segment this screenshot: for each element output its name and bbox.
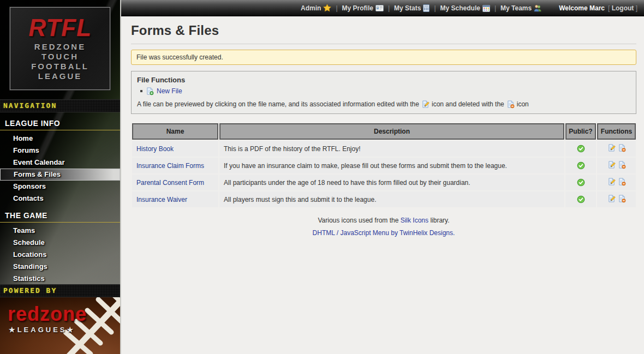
topbar-menu: Admin|My Profile|My Stats|My Schedule|My… — [301, 4, 541, 12]
table-header-row: NameDescriptionPublic?Functions — [132, 123, 636, 140]
edit-file-button[interactable] — [607, 160, 616, 169]
column-header-description: Description — [219, 123, 564, 140]
delete-file-button[interactable] — [618, 143, 626, 152]
flash-message: File was successfully created. — [131, 50, 636, 65]
new-file-link[interactable]: New File — [146, 87, 182, 95]
delete-file-button[interactable] — [618, 160, 626, 169]
sidebar-item-home[interactable]: Home — [0, 133, 120, 145]
help-text-1: A file can be previewed by clicking on t… — [137, 100, 419, 108]
separator: | — [336, 4, 337, 12]
topbar-label: My Schedule — [440, 4, 480, 12]
file-description: This is a PDF of the history of the RTFL… — [219, 141, 564, 157]
icons-credit: Various icons used from the Silk Icons l… — [131, 217, 636, 224]
file-description: All players must sign this and submit it… — [219, 191, 564, 207]
logo-subtitle: REDZONETOUCHFOOTBALLLEAGUE — [31, 42, 89, 81]
new-file-row: New File — [140, 87, 630, 95]
redzone-logo-subtitle: ★LEAGUES★ — [9, 326, 75, 334]
file-functions-help: A file can be previewed by clicking on t… — [137, 100, 630, 109]
sidebar-item-forums[interactable]: Forums — [0, 145, 120, 157]
section-title-the-game: THE GAME — [0, 205, 120, 223]
file-name-link[interactable]: Parental Consent Form — [136, 179, 204, 187]
column-header-public: Public? — [565, 123, 596, 140]
sidebar-item-teams[interactable]: Teams — [0, 225, 120, 237]
section-title-league-info: LEAGUE INFO — [0, 112, 120, 130]
silk-icons-link[interactable]: Silk Icons — [401, 217, 428, 224]
sidebar-item-forms-files[interactable]: Forms & Files — [0, 169, 120, 181]
credit1-before: Various icons used from the — [318, 217, 398, 224]
calendar-icon — [482, 4, 490, 12]
file-description: All participants under the age of 18 nee… — [219, 175, 564, 190]
delete-file-button[interactable] — [618, 194, 626, 203]
star-icon — [323, 4, 331, 12]
page-content: Forms & Files File was successfully crea… — [121, 16, 644, 237]
public-yes-icon — [577, 161, 585, 170]
table-row: History BookThis is a PDF of the history… — [132, 141, 636, 157]
new-file-label: New File — [157, 87, 182, 95]
topbar-label: Admin — [301, 4, 321, 12]
file-name-link[interactable]: History Book — [136, 145, 174, 153]
file-description: If you have an insurance claim to make, … — [219, 158, 564, 173]
league-logo[interactable]: RTFL REDZONETOUCHFOOTBALLLEAGUE — [10, 7, 110, 90]
main-area: Admin|My Profile|My Stats|My Schedule|My… — [121, 0, 644, 354]
help-text-3: icon — [517, 100, 529, 108]
sidebar: RTFL REDZONETOUCHFOOTBALLLEAGUE NAVIGATI… — [0, 0, 121, 354]
topbar-label: My Teams — [500, 4, 532, 12]
menu-credit: DHTML / JavaScript Menu by TwinHelix Des… — [131, 229, 636, 237]
table-row: Parental Consent FormAll participants un… — [132, 175, 636, 190]
credit1-after: library. — [430, 217, 449, 224]
redzone-logo-title: redzone — [8, 305, 87, 323]
topbar-label: My Profile — [342, 4, 373, 12]
topbar-item-my-stats[interactable]: My Stats — [394, 4, 430, 12]
sidebar-item-statistics[interactable]: Statistics — [0, 273, 120, 285]
edit-icon — [421, 100, 430, 109]
topbar-user-area: Welcome Marc [ Logout ] — [559, 4, 637, 12]
public-yes-icon — [577, 145, 585, 153]
delete-file-button[interactable] — [618, 177, 626, 186]
edit-file-button[interactable] — [607, 194, 616, 203]
new-file-icon — [146, 87, 154, 95]
vcard-icon — [375, 5, 384, 11]
separator: | — [434, 4, 436, 12]
welcome-text: Welcome Marc — [559, 4, 605, 12]
table-row: Insurance Claim FormsIf you have an insu… — [132, 158, 636, 173]
sidebar-item-schedule[interactable]: Schedule — [0, 237, 120, 249]
topbar-item-admin[interactable]: Admin — [301, 4, 331, 12]
file-functions-panel: File Functions New File A file can be pr… — [131, 71, 636, 114]
separator: | — [388, 4, 390, 12]
powered-by-logo[interactable]: redzone ★LEAGUES★ — [0, 297, 120, 354]
navigation-header: NAVIGATION — [0, 99, 120, 112]
logo-title: RTFL — [28, 16, 92, 40]
topbar-item-my-profile[interactable]: My Profile — [342, 4, 384, 12]
edit-file-button[interactable] — [607, 143, 616, 152]
logout-label: Logout — [612, 4, 634, 12]
sidebar-item-event-calendar[interactable]: Event Calendar — [0, 157, 120, 169]
twinhelix-link[interactable]: DHTML / JavaScript Menu by TwinHelix Des… — [313, 229, 455, 237]
column-header-functions: Functions — [597, 123, 636, 140]
credits: Various icons used from the Silk Icons l… — [131, 217, 636, 237]
separator: | — [494, 4, 496, 12]
sidebar-item-locations[interactable]: Locations — [0, 249, 120, 261]
logout-link[interactable]: [ Logout ] — [608, 4, 637, 12]
topbar-item-my-teams[interactable]: My Teams — [500, 4, 541, 12]
public-yes-icon — [577, 195, 585, 203]
topbar-label: My Stats — [394, 4, 421, 12]
files-table-body: History BookThis is a PDF of the history… — [132, 141, 636, 207]
bullet-icon — [140, 90, 142, 92]
file-functions-title: File Functions — [137, 76, 630, 84]
file-name-link[interactable]: Insurance Claim Forms — [136, 162, 204, 170]
delete-icon — [506, 100, 515, 109]
topbar: Admin|My Profile|My Stats|My Schedule|My… — [121, 0, 644, 16]
topbar-item-my-schedule[interactable]: My Schedule — [440, 4, 490, 12]
sidebar-item-standings[interactable]: Standings — [0, 261, 120, 273]
sidebar-item-contacts[interactable]: Contacts — [0, 193, 120, 205]
edit-file-button[interactable] — [607, 177, 616, 186]
page-title: Forms & Files — [131, 21, 636, 44]
group-icon — [534, 4, 541, 12]
public-yes-icon — [577, 178, 585, 187]
powered-by-header: POWERED BY — [0, 284, 120, 297]
files-table: NameDescriptionPublic?Functions History … — [131, 122, 637, 208]
sidebar-item-sponsors[interactable]: Sponsors — [0, 181, 120, 193]
file-name-link[interactable]: Insurance Waiver — [136, 196, 187, 203]
column-header-name: Name — [132, 123, 218, 140]
sidebar-nav: LEAGUE INFOHomeForumsEvent CalendarForms… — [0, 112, 120, 285]
